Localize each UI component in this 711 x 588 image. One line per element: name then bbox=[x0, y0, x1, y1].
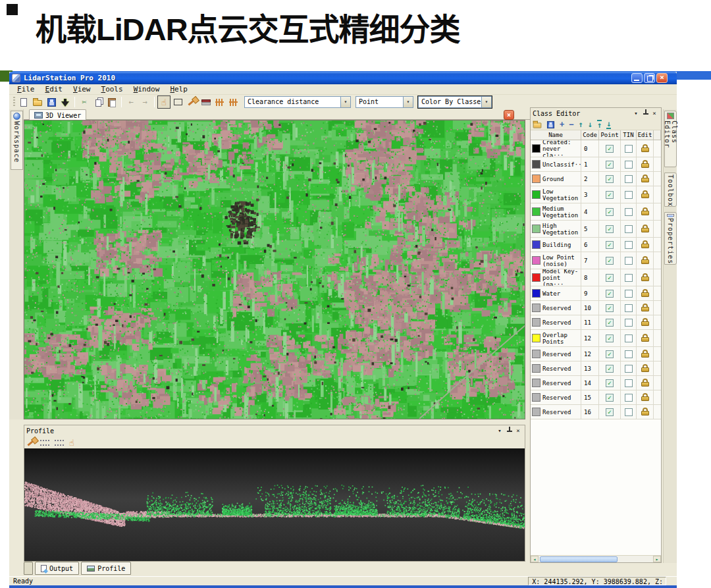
paste-button[interactable] bbox=[105, 95, 118, 109]
edit-lock-icon[interactable] bbox=[637, 252, 654, 269]
column-name[interactable]: Name bbox=[531, 130, 581, 140]
toolbar-grip[interactable] bbox=[13, 97, 15, 107]
tin-checkbox[interactable] bbox=[621, 347, 637, 361]
edit-lock-icon[interactable] bbox=[637, 238, 654, 252]
close-icon[interactable]: × bbox=[514, 427, 523, 435]
chevron-down-icon[interactable]: ▾ bbox=[340, 97, 350, 107]
edit-lock-icon[interactable] bbox=[637, 361, 654, 375]
profile-measure-icon[interactable] bbox=[40, 440, 49, 446]
pan-tool-button[interactable]: ☝ bbox=[157, 95, 171, 109]
close-icon[interactable]: × bbox=[650, 109, 659, 118]
tab-output[interactable]: Output bbox=[35, 562, 79, 575]
menu-tools[interactable]: Tools bbox=[96, 85, 128, 94]
classify-bar-button[interactable] bbox=[199, 95, 212, 109]
undo-button[interactable]: ← bbox=[124, 95, 138, 109]
class-color-swatch[interactable] bbox=[532, 174, 540, 183]
class-row[interactable]: Medium Vegetation4✓ bbox=[531, 203, 661, 221]
edit-lock-icon[interactable] bbox=[637, 269, 654, 286]
point-checkbox[interactable]: ✓ bbox=[599, 301, 621, 315]
tab-properties[interactable]: Properties bbox=[664, 212, 677, 265]
class-row[interactable]: Reserved10✓ bbox=[531, 301, 661, 315]
point-checkbox[interactable]: ✓ bbox=[599, 140, 621, 157]
chevron-down-icon[interactable]: ▾ bbox=[481, 97, 491, 107]
class-color-swatch[interactable] bbox=[532, 289, 540, 298]
open-button[interactable] bbox=[31, 95, 44, 109]
redo-button[interactable]: → bbox=[138, 95, 151, 109]
move-up-button[interactable]: ↑ bbox=[578, 120, 583, 128]
scroll-left-icon[interactable]: ◂ bbox=[531, 556, 539, 562]
class-color-swatch[interactable] bbox=[532, 350, 540, 358]
rect-select-button[interactable] bbox=[171, 95, 184, 109]
point-checkbox[interactable]: ✓ bbox=[599, 361, 621, 375]
horizontal-scrollbar[interactable]: ◂ ▸ bbox=[531, 555, 661, 562]
tin-checkbox[interactable] bbox=[621, 390, 637, 404]
tin-checkbox[interactable] bbox=[621, 140, 637, 157]
class-color-swatch[interactable] bbox=[532, 256, 540, 265]
point-checkbox[interactable]: ✓ bbox=[599, 376, 621, 390]
tin-checkbox[interactable] bbox=[621, 186, 637, 203]
class-row[interactable]: Unclassif···1✓ bbox=[531, 157, 661, 172]
profile-panel-header[interactable]: Profile ▾ × bbox=[24, 425, 525, 437]
new-button[interactable] bbox=[17, 95, 30, 109]
class-color-swatch[interactable] bbox=[532, 304, 540, 312]
tin-checkbox[interactable] bbox=[621, 286, 637, 300]
point-checkbox[interactable]: ✓ bbox=[599, 157, 621, 171]
menu-file[interactable]: File bbox=[12, 85, 40, 94]
edit-lock-icon[interactable] bbox=[637, 315, 654, 329]
edit-lock-icon[interactable] bbox=[637, 203, 654, 220]
profile-point-cloud-canvas[interactable] bbox=[24, 448, 525, 561]
clearance-distance-combo[interactable]: Clearance distance ▾ bbox=[244, 96, 351, 108]
scrollbar-thumb[interactable] bbox=[540, 556, 618, 562]
class-color-swatch[interactable] bbox=[532, 160, 540, 169]
class-color-swatch[interactable] bbox=[532, 334, 540, 342]
edit-lock-icon[interactable] bbox=[637, 157, 654, 171]
tin-checkbox[interactable] bbox=[621, 315, 637, 329]
menu-window[interactable]: Window bbox=[128, 85, 165, 94]
class-row[interactable]: Overlap Points12✓ bbox=[531, 330, 661, 347]
profile-tool-button[interactable] bbox=[213, 95, 226, 109]
point-checkbox[interactable]: ✓ bbox=[599, 315, 621, 329]
class-color-swatch[interactable] bbox=[532, 408, 540, 416]
tab-toolbox[interactable]: Toolbox bbox=[664, 173, 677, 207]
workspace-tab[interactable]: Workspace bbox=[11, 111, 23, 170]
color-by-classes-combo[interactable]: Color By Classes ▾ bbox=[418, 96, 492, 108]
class-row[interactable]: High Vegetation5✓ bbox=[531, 221, 661, 238]
move-down-button[interactable]: ↓ bbox=[588, 120, 592, 128]
class-color-swatch[interactable] bbox=[532, 318, 540, 327]
tin-checkbox[interactable] bbox=[621, 157, 637, 171]
column-point[interactable]: Point bbox=[599, 130, 621, 140]
class-row[interactable]: Reserved11✓ bbox=[531, 315, 661, 330]
class-color-swatch[interactable] bbox=[532, 379, 540, 387]
class-row[interactable]: Reserved16✓ bbox=[531, 405, 661, 419]
cut-button[interactable]: ✂ bbox=[78, 95, 91, 109]
tin-checkbox[interactable] bbox=[621, 301, 637, 315]
tin-checkbox[interactable] bbox=[621, 203, 637, 220]
tab-stub[interactable] bbox=[24, 562, 33, 575]
profile-tool2-button[interactable] bbox=[226, 95, 240, 109]
move-bottom-button[interactable]: ↓ bbox=[606, 120, 611, 129]
chevron-down-icon[interactable]: ▾ bbox=[403, 97, 413, 107]
class-color-swatch[interactable] bbox=[532, 190, 540, 199]
class-row[interactable]: Building6✓ bbox=[531, 238, 661, 252]
restore-button[interactable] bbox=[644, 73, 655, 83]
class-row[interactable]: Model Key-point (na···8✓ bbox=[531, 269, 661, 286]
edit-lock-icon[interactable] bbox=[637, 286, 654, 300]
hand-icon[interactable]: ☝ bbox=[69, 438, 74, 448]
tin-checkbox[interactable] bbox=[621, 361, 637, 375]
brush-button[interactable] bbox=[185, 95, 198, 109]
copy-button[interactable] bbox=[92, 95, 105, 109]
class-color-swatch[interactable] bbox=[532, 225, 540, 233]
scroll-right-icon[interactable]: ▸ bbox=[653, 556, 661, 562]
point-checkbox[interactable]: ✓ bbox=[599, 330, 621, 346]
class-color-swatch[interactable] bbox=[532, 240, 540, 249]
point-checkbox[interactable]: ✓ bbox=[599, 203, 621, 220]
class-row[interactable]: Reserved14✓ bbox=[531, 376, 661, 390]
class-color-swatch[interactable] bbox=[532, 364, 540, 373]
edit-lock-icon[interactable] bbox=[637, 221, 654, 237]
edit-lock-icon[interactable] bbox=[637, 376, 654, 390]
menu-view[interactable]: View bbox=[68, 85, 96, 94]
column-tin[interactable]: TIN bbox=[621, 130, 637, 140]
remove-class-button[interactable]: − bbox=[569, 120, 573, 128]
point-checkbox[interactable]: ✓ bbox=[599, 405, 621, 419]
broom-icon[interactable] bbox=[27, 439, 34, 446]
